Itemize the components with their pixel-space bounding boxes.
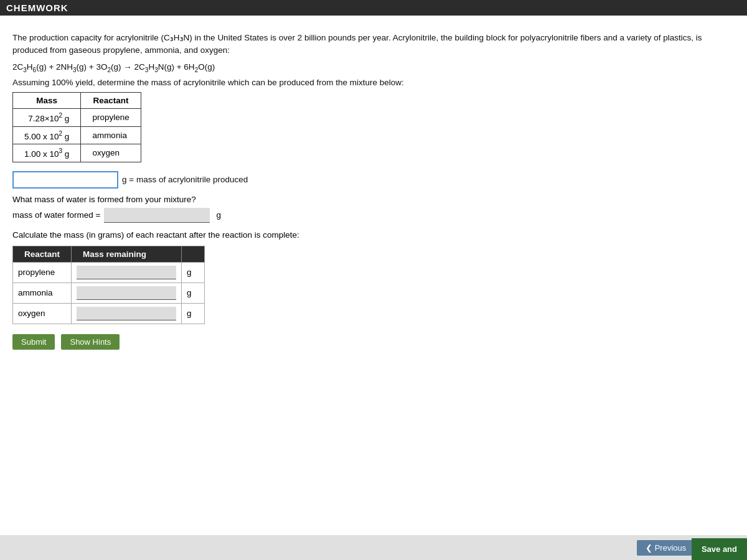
table-row: ammonia g (13, 282, 205, 303)
save-and-button[interactable]: Save and (692, 538, 747, 560)
remaining-input-cell-2 (72, 282, 182, 303)
table-row: 1.00 x 103 g oxygen (13, 144, 141, 162)
remaining-mass-header: Mass remaining (72, 246, 182, 262)
remaining-input-cell-3 (72, 303, 182, 324)
intro-paragraph: The production capacity for acrylonitril… (12, 33, 702, 55)
remaining-reactant-3: oxygen (13, 303, 72, 324)
remaining-propylene-input[interactable] (77, 266, 176, 279)
remaining-table: Reactant Mass remaining propylene g ammo… (12, 246, 205, 324)
save-and-label: Save and (702, 544, 737, 554)
remaining-unit-3: g (182, 303, 205, 324)
chemical-equation: 2C3H6(g) + 2NH3(g) + 3O2(g) → 2C3H3N(g) … (12, 62, 735, 73)
header-title: CHEMWORK (6, 2, 68, 13)
water-input[interactable] (104, 208, 210, 223)
water-label: mass of water formed = (12, 210, 100, 220)
mass-reactant-table: Mass Reactant 7.28×102 g propylene 5.00 … (12, 92, 141, 162)
remaining-unit-header (182, 246, 205, 262)
intro-text: The production capacity for acrylonitril… (12, 32, 735, 57)
water-question-text: What mass of water is formed from your m… (12, 195, 735, 204)
bottom-bar: ❮ Previous Next ❯ (0, 535, 747, 560)
reactant-cell-3: oxygen (81, 144, 141, 162)
assuming-text: Assuming 100% yield, determine the mass … (12, 78, 735, 87)
remaining-reactant-2: ammonia (13, 282, 72, 303)
main-content: The production capacity for acrylonitril… (0, 16, 747, 551)
calculate-text: Calculate the mass (in grams) of each re… (12, 230, 735, 240)
button-row: Submit Show Hints (12, 334, 735, 350)
show-hints-button[interactable]: Show Hints (61, 334, 120, 350)
chevron-left-icon: ❮ (646, 543, 652, 553)
remaining-unit-2: g (182, 282, 205, 303)
reactant-header: Reactant (81, 93, 141, 109)
table-row: propylene g (13, 262, 205, 282)
acrylonitrile-input[interactable] (12, 171, 118, 189)
mass-cell-2: 5.00 x 102 g (13, 126, 81, 144)
reactant-cell-2: ammonia (81, 126, 141, 144)
acrylonitrile-answer-row: g = mass of acrylonitrile produced (12, 171, 735, 189)
mass-cell-1: 7.28×102 g (13, 109, 81, 127)
equation-text: 2C3H6(g) + 2NH3(g) + 3O2(g) → 2C3H3N(g) … (12, 62, 215, 72)
table-row: oxygen g (13, 303, 205, 324)
remaining-input-cell-1 (72, 262, 182, 282)
remaining-oxygen-input[interactable] (77, 307, 176, 320)
submit-button[interactable]: Submit (12, 334, 55, 350)
water-unit: g (214, 210, 221, 220)
table-row: 7.28×102 g propylene (13, 109, 141, 127)
remaining-reactant-header: Reactant (13, 246, 72, 262)
previous-label: Previous (655, 543, 687, 553)
remaining-unit-1: g (182, 262, 205, 282)
mass-cell-3: 1.00 x 103 g (13, 144, 81, 162)
remaining-reactant-1: propylene (13, 262, 72, 282)
mass-header: Mass (13, 93, 81, 109)
previous-button[interactable]: ❮ Previous (637, 540, 695, 556)
remaining-ammonia-input[interactable] (77, 286, 176, 300)
water-answer-row: mass of water formed = g (12, 208, 735, 223)
reactant-cell-1: propylene (81, 109, 141, 127)
acrylonitrile-label: g = mass of acrylonitrile produced (122, 175, 248, 184)
header-bar: CHEMWORK (0, 0, 747, 16)
table-row: 5.00 x 102 g ammonia (13, 126, 141, 144)
